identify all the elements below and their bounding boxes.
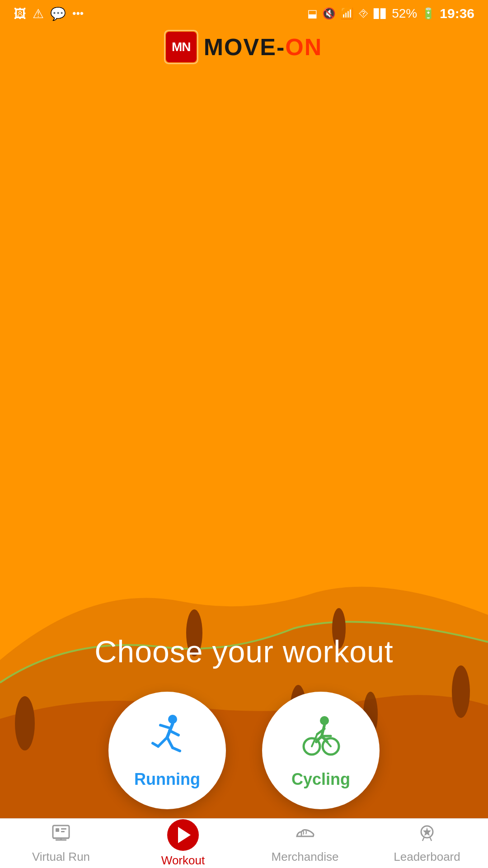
clock: 19:36 <box>440 6 474 21</box>
svg-line-13 <box>173 748 180 751</box>
alert-icon: ⚠ <box>33 6 44 21</box>
nav-label-workout: Workout <box>161 854 205 868</box>
status-left-icons: 🖼 ⚠ 💬 ••• <box>14 6 84 21</box>
play-triangle <box>178 827 191 843</box>
svg-line-35 <box>422 837 424 841</box>
sim-icon: ⯑ <box>358 7 369 20</box>
cycling-button[interactable]: Cycling <box>262 692 380 809</box>
logo-area: MN MOVE-ON <box>0 32 488 62</box>
merchandise-icon <box>295 823 315 847</box>
battery-icon: 🔋 <box>422 7 435 20</box>
svg-rect-31 <box>61 831 65 832</box>
status-right-icons: ⬓ 🔇 📶 ⯑ ▊▊ 52% 🔋 19:36 <box>307 6 474 21</box>
svg-line-12 <box>167 737 173 748</box>
nav-item-virtual-run[interactable]: Virtual Run <box>0 823 122 864</box>
svg-rect-29 <box>56 828 59 832</box>
nav-label-leaderboard: Leaderboard <box>394 850 460 864</box>
running-label: Running <box>134 770 200 789</box>
svg-line-10 <box>158 737 167 746</box>
svg-line-11 <box>153 743 158 746</box>
nav-item-merchandise[interactable]: Merchandise <box>244 823 366 864</box>
bluetooth-icon: ⬓ <box>307 7 318 20</box>
nav-item-leaderboard[interactable]: Leaderboard <box>366 823 488 864</box>
logo-text-on: ON <box>285 34 322 60</box>
battery-percent: 52% <box>392 6 417 21</box>
mute-icon: 🔇 <box>322 7 336 20</box>
image-icon: 🖼 <box>14 6 26 21</box>
svg-rect-30 <box>61 828 66 830</box>
logo-badge: MN <box>166 32 197 62</box>
running-icon <box>145 712 190 764</box>
leaderboard-icon <box>417 823 437 847</box>
cycling-label: Cycling <box>291 770 350 789</box>
cycling-icon <box>298 712 343 764</box>
wifi-icon: 📶 <box>340 7 354 20</box>
svg-marker-34 <box>423 827 431 836</box>
choose-workout-text: Choose your workout <box>94 634 394 669</box>
main-content: Choose your workout <box>0 634 488 809</box>
logo-badge-text: MN <box>172 40 191 54</box>
nav-label-virtual-run: Virtual Run <box>32 850 90 864</box>
svg-line-8 <box>160 725 171 728</box>
logo-text: MOVE-ON <box>204 33 322 61</box>
workout-options: Running <box>108 692 380 809</box>
bottom-navigation: Virtual Run Workout Merchandise <box>0 818 488 868</box>
running-button[interactable]: Running <box>108 692 226 809</box>
nav-item-workout[interactable]: Workout <box>122 819 244 868</box>
more-icon: ••• <box>72 7 84 20</box>
workout-play-icon <box>167 819 199 851</box>
logo-text-before: MOVE- <box>204 34 285 60</box>
svg-line-36 <box>430 837 432 841</box>
virtual-run-icon <box>51 823 71 847</box>
svg-line-9 <box>169 731 178 735</box>
nav-label-merchandise: Merchandise <box>272 850 339 864</box>
signal-icon: ▊▊ <box>374 8 387 19</box>
status-bar: 🖼 ⚠ 💬 ••• ⬓ 🔇 📶 ⯑ ▊▊ 52% 🔋 19:36 <box>0 0 488 27</box>
message-icon: 💬 <box>50 6 66 21</box>
